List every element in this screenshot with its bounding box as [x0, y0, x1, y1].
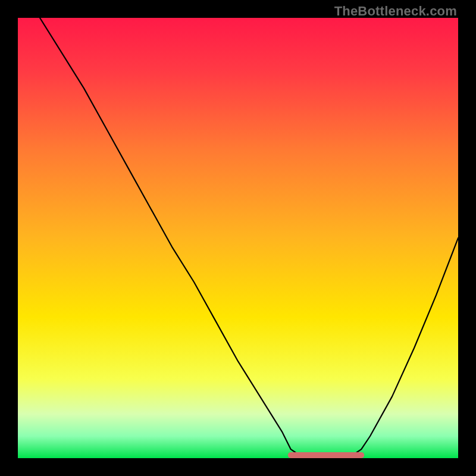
gradient-background [18, 18, 458, 458]
watermark-text: TheBottleneck.com [334, 4, 457, 19]
bottleneck-chart [18, 18, 458, 458]
chart-frame [18, 18, 458, 458]
